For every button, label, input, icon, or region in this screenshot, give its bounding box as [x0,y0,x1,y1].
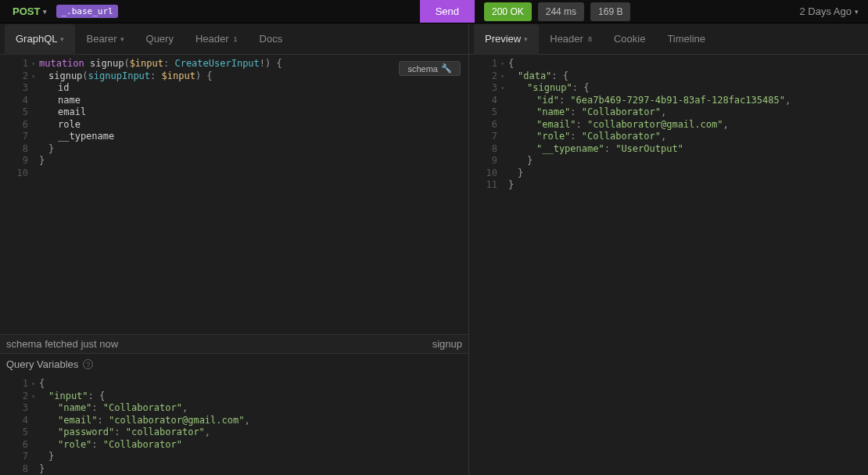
tab-header[interactable]: Header1 [185,23,249,54]
line-gutter: 1234567891011 [469,55,502,475]
status-badge: 200 OK [484,2,532,21]
tab-docs[interactable]: Docs [249,23,294,54]
timestamp-dropdown[interactable]: 2 Days Ago ▾ [800,5,863,17]
request-editor[interactable]: 12345678910 mutation signup($input: Crea… [0,55,468,334]
line-gutter: 12345678910 [0,55,33,334]
response-size: 169 B [590,2,630,21]
chevron-down-icon: ▾ [60,35,64,43]
qv-code[interactable]: { "input": { "name": "Collaborator", "em… [33,375,468,475]
wrench-icon: 🔧 [441,63,452,74]
response-editor[interactable]: 1234567891011 { "data": { "signup": { "i… [469,55,868,475]
line-gutter: 12345678 [0,375,33,475]
tab-query[interactable]: Query [135,23,185,54]
response-code: { "data": { "signup": { "id": "6ea7b469-… [502,55,868,475]
schema-button[interactable]: schema 🔧 [399,61,461,76]
chevron-down-icon: ▾ [120,35,124,43]
editor-statusbar: schema fetched just now signup [0,334,468,353]
query-variables-editor[interactable]: 12345678 { "input": { "name": "Collabora… [0,375,468,475]
request-tabbar: GraphQL ▾ Bearer ▾ Query Header1 Docs [0,23,468,55]
query-variables-header[interactable]: Query Variables ? [0,353,468,375]
send-button[interactable]: Send [420,0,475,23]
help-icon[interactable]: ? [83,359,93,369]
operation-name: signup [432,338,462,350]
url-variable[interactable]: _.base_url [56,5,117,18]
response-pane: Preview ▾ Header8 Cookie Timeline 123456… [469,23,868,475]
tab-graphql[interactable]: GraphQL ▾ [5,24,75,55]
method-label: POST [13,5,40,17]
chevron-down-icon: ▾ [524,35,528,43]
chevron-down-icon: ▾ [43,8,47,16]
tab-preview[interactable]: Preview ▾ [474,24,539,55]
response-time: 244 ms [538,2,584,21]
top-bar: POST ▾ _.base_url Send 200 OK 244 ms 169… [0,0,868,23]
tab-cookie[interactable]: Cookie [603,23,656,54]
request-pane: GraphQL ▾ Bearer ▾ Query Header1 Docs 12… [0,23,469,475]
method-dropdown[interactable]: POST ▾ [6,5,53,17]
tab-bearer[interactable]: Bearer ▾ [75,23,135,54]
chevron-down-icon: ▾ [855,8,859,16]
request-code[interactable]: mutation signup($input: CreateUserInput!… [33,55,468,334]
response-tabbar: Preview ▾ Header8 Cookie Timeline [469,23,868,55]
tab-response-header[interactable]: Header8 [539,23,603,54]
tab-timeline[interactable]: Timeline [656,23,716,54]
schema-status: schema fetched just now [6,338,118,350]
